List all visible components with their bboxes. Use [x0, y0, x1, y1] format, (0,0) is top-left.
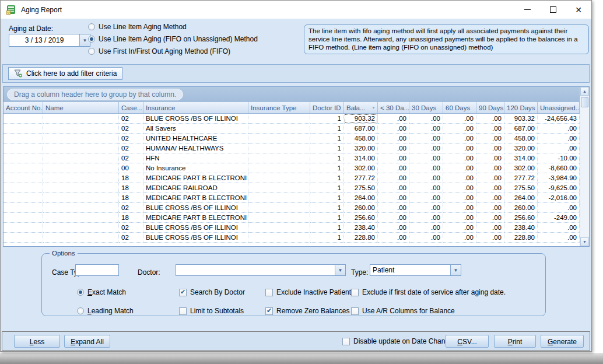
grid-cell[interactable]: 1: [310, 124, 344, 134]
grid-cell[interactable]: [3, 233, 43, 243]
grid-cell[interactable]: .00: [409, 213, 443, 223]
column-header[interactable]: 30 Days: [409, 102, 443, 113]
grid-cell[interactable]: 1: [310, 114, 344, 124]
grid-cell[interactable]: 903.32: [344, 114, 378, 124]
grid-cell[interactable]: [43, 144, 119, 153]
grid-cell[interactable]: 1: [310, 163, 344, 173]
grid-cell[interactable]: .00: [538, 223, 580, 233]
grid-cell[interactable]: .00: [443, 153, 476, 163]
column-header[interactable]: 60 Days: [443, 102, 476, 113]
csv-button[interactable]: CSV...: [446, 335, 489, 348]
grid-cell[interactable]: -8,660.00: [538, 163, 580, 173]
grid-cell[interactable]: .00: [409, 144, 443, 153]
grid-cell[interactable]: 260.00: [504, 203, 538, 213]
grid-cell[interactable]: MEDICARE RAILROAD: [143, 183, 248, 193]
grid-cell[interactable]: 238.40: [504, 223, 538, 233]
grid-cell[interactable]: [43, 183, 119, 193]
grid-cell[interactable]: 458.00: [504, 134, 538, 144]
grid-cell[interactable]: No Insurance: [143, 163, 248, 173]
grid-cell[interactable]: 256.60: [504, 213, 538, 223]
grid-cell[interactable]: .00: [476, 223, 504, 233]
type-dropdown-button[interactable]: ▼: [450, 265, 461, 275]
grid-cell[interactable]: .00: [378, 114, 409, 124]
grid-cell[interactable]: .00: [476, 193, 504, 203]
radio-exact-match[interactable]: Exact Match: [77, 288, 126, 297]
grid-cell[interactable]: 302.00: [504, 163, 538, 173]
grid-cell[interactable]: [3, 193, 43, 203]
grid-cell[interactable]: [248, 144, 310, 153]
grid-cell[interactable]: 1: [310, 153, 344, 163]
expand-all-button[interactable]: Expand All: [64, 335, 110, 348]
grid-cell[interactable]: .00: [378, 124, 409, 134]
column-header[interactable]: Doctor ID: [310, 102, 344, 113]
grid-cell[interactable]: .00: [409, 193, 443, 203]
grid-cell[interactable]: 02: [119, 223, 143, 233]
grid-cell[interactable]: .00: [409, 134, 443, 144]
grid-cell[interactable]: 18: [119, 213, 143, 223]
grid-cell[interactable]: All Savers: [143, 124, 248, 134]
grid-cell[interactable]: [43, 223, 119, 233]
grid-cell[interactable]: .00: [443, 223, 476, 233]
grid-cell[interactable]: .00: [409, 153, 443, 163]
grid-cell[interactable]: [43, 173, 119, 183]
grid-cell[interactable]: .00: [443, 183, 476, 193]
scrollbar-thumb[interactable]: [581, 97, 588, 107]
grid-cell[interactable]: 277.72: [344, 173, 378, 183]
grid-cell[interactable]: [3, 114, 43, 124]
grid-cell[interactable]: [248, 114, 310, 124]
grid-cell[interactable]: .00: [443, 173, 476, 183]
grid-cell[interactable]: 256.60: [344, 213, 378, 223]
scroll-up-button[interactable]: ▲: [580, 87, 589, 96]
grid-cell[interactable]: .00: [476, 124, 504, 134]
add-filter-criteria-button[interactable]: Click here to add filter criteria: [8, 67, 122, 80]
grid-cell[interactable]: 687.00: [344, 124, 378, 134]
grid-cell[interactable]: [248, 233, 310, 243]
grid-cell[interactable]: [3, 153, 43, 163]
grid-cell[interactable]: [43, 134, 119, 144]
grid-cell[interactable]: 277.72: [504, 173, 538, 183]
grid-cell[interactable]: .00: [409, 183, 443, 193]
grid-cell[interactable]: 02: [119, 144, 143, 153]
grid-cell[interactable]: [43, 203, 119, 213]
grid-cell[interactable]: UNITED HEALTHCARE: [143, 134, 248, 144]
grid-cell[interactable]: 18: [119, 193, 143, 203]
radio-fifo-aging[interactable]: Use First In/First Out Aging Method (FIF…: [88, 47, 230, 56]
grid-cell[interactable]: [248, 163, 310, 173]
grid-cell[interactable]: [43, 153, 119, 163]
grid-cell[interactable]: [3, 163, 43, 173]
checkbox-remove-zero-balances[interactable]: Remove Zero Balances: [265, 306, 349, 316]
grid-cell[interactable]: .00: [443, 193, 476, 203]
grid-cell[interactable]: [248, 173, 310, 183]
grid-cell[interactable]: MEDICARE PART B ELECTRONI: [143, 213, 248, 223]
grid-cell[interactable]: 264.00: [344, 193, 378, 203]
grid-cell[interactable]: .00: [476, 213, 504, 223]
grid-cell[interactable]: 320.00: [504, 144, 538, 153]
grid-cell[interactable]: 1: [310, 144, 344, 153]
grid-cell[interactable]: .00: [409, 223, 443, 233]
grid-cell[interactable]: .00: [538, 124, 580, 134]
grid-cell[interactable]: .00: [378, 213, 409, 223]
grid-cell[interactable]: 228.80: [504, 233, 538, 243]
grid-cell[interactable]: .00: [443, 233, 476, 243]
grid-cell[interactable]: .00: [443, 134, 476, 144]
grid-cell[interactable]: 18: [119, 173, 143, 183]
grid-cell[interactable]: .00: [409, 203, 443, 213]
grid-cell[interactable]: .00: [476, 114, 504, 124]
grid-cell[interactable]: 02: [119, 124, 143, 134]
grid-cell[interactable]: 1: [310, 233, 344, 243]
grid-cell[interactable]: BLUE CROSS /BS OF ILLINOI: [143, 233, 248, 243]
grid-cell[interactable]: .00: [378, 233, 409, 243]
grid-cell[interactable]: [248, 183, 310, 193]
grid-cell[interactable]: [3, 223, 43, 233]
column-header[interactable]: Insurance Type: [248, 102, 310, 113]
grid-cell[interactable]: .00: [538, 144, 580, 153]
grid-cell[interactable]: .00: [443, 124, 476, 134]
grid-cell[interactable]: .00: [443, 213, 476, 223]
grid-cell[interactable]: 02: [119, 203, 143, 213]
grid-cell[interactable]: 1: [310, 213, 344, 223]
grid-cell[interactable]: [43, 213, 119, 223]
grid-cell[interactable]: .00: [476, 153, 504, 163]
grid-cell[interactable]: .00: [378, 163, 409, 173]
grid-cell[interactable]: .00: [409, 124, 443, 134]
print-button[interactable]: Print: [494, 335, 536, 348]
